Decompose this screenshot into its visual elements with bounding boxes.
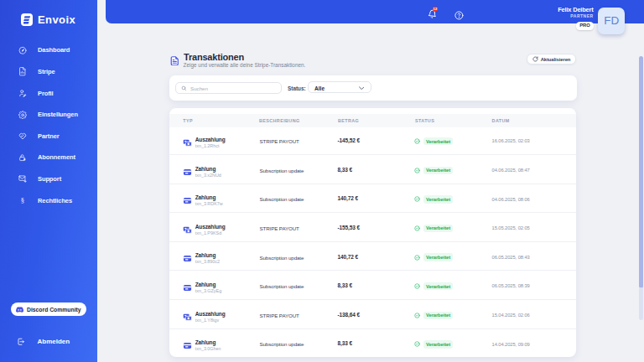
svg-text:§: § (21, 196, 24, 204)
